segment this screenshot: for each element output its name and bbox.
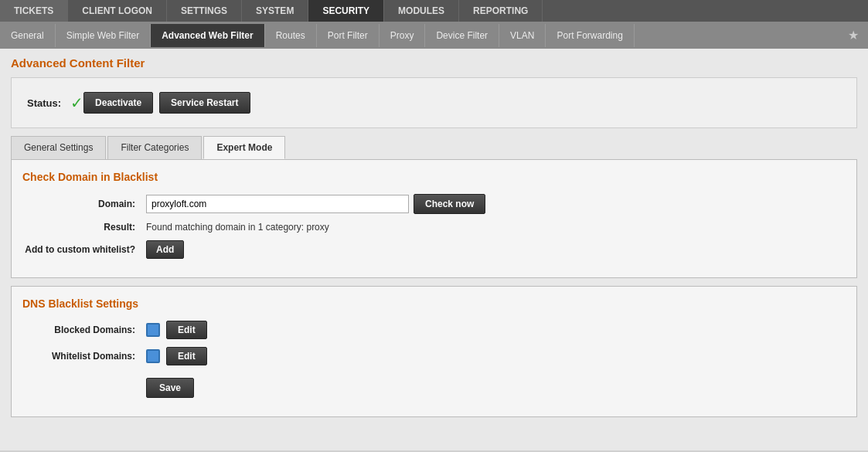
blocked-domains-row: Blocked Domains: Edit [22, 321, 846, 339]
dns-blacklist-panel: DNS Blacklist Settings Blocked Domains: … [11, 286, 857, 417]
check-now-button[interactable]: Check now [414, 194, 485, 214]
top-nav: TICKETS CLIENT LOGON SETTINGS SYSTEM SEC… [0, 0, 868, 22]
domain-input[interactable] [146, 195, 409, 213]
subnav-advanced-web-filter[interactable]: Advanced Web Filter [151, 24, 264, 47]
subnav-vlan[interactable]: VLAN [499, 24, 546, 47]
add-whitelist-row: Add to custom whitelist? Add [22, 240, 846, 259]
subnav-port-forwarding[interactable]: Port Forwarding [546, 24, 634, 47]
inner-tabs: General Settings Filter Categories Exper… [11, 136, 857, 159]
nav-settings[interactable]: SETTINGS [167, 0, 242, 22]
tab-filter-categories[interactable]: Filter Categories [107, 136, 202, 159]
add-whitelist-label: Add to custom whitelist? [22, 244, 146, 255]
nav-reporting[interactable]: REPORTING [459, 0, 543, 22]
domain-row: Domain: Check now [22, 194, 846, 214]
nav-security[interactable]: SECURITY [308, 0, 384, 22]
nav-system[interactable]: SYSTEM [242, 0, 308, 22]
domain-label: Domain: [22, 199, 146, 209]
blocked-domains-checkbox-icon [146, 323, 160, 337]
subnav-simple-web-filter[interactable]: Simple Web Filter [56, 24, 151, 47]
sub-nav: General Simple Web Filter Advanced Web F… [0, 22, 868, 49]
subnav-general[interactable]: General [0, 24, 56, 47]
tab-general-settings[interactable]: General Settings [11, 136, 106, 159]
blocked-domains-label: Blocked Domains: [22, 325, 146, 335]
nav-client-logon[interactable]: CLIENT LOGON [68, 0, 167, 22]
whitelist-domains-edit-button[interactable]: Edit [166, 347, 207, 365]
service-restart-button[interactable]: Service Restart [159, 92, 250, 114]
result-row: Result: Found matching domain in 1 categ… [22, 222, 846, 233]
result-label: Result: [22, 222, 146, 233]
whitelist-domains-row: Whitelist Domains: Edit [22, 347, 846, 365]
add-button[interactable]: Add [146, 240, 184, 259]
save-button[interactable]: Save [146, 378, 194, 398]
blocked-domains-edit-button[interactable]: Edit [166, 321, 207, 339]
tab-expert-mode[interactable]: Expert Mode [203, 136, 285, 159]
save-row: Save [22, 373, 846, 398]
status-section: Status: ✓ Deactivate Service Restart [11, 77, 857, 128]
subnav-device-filter[interactable]: Device Filter [425, 24, 499, 47]
status-label: Status: [27, 97, 61, 109]
page-title: Advanced Content Filter [11, 56, 857, 70]
page-content: Advanced Content Filter Status: ✓ Deacti… [0, 49, 868, 450]
status-check-icon: ✓ [70, 93, 83, 112]
result-value: Found matching domain in 1 category: pro… [146, 222, 329, 233]
nav-modules[interactable]: MODULES [384, 0, 459, 22]
check-domain-panel: Check Domain in Blacklist Domain: Check … [11, 159, 857, 278]
whitelist-domains-checkbox-icon [146, 349, 160, 363]
nav-tickets[interactable]: TICKETS [0, 0, 68, 22]
whitelist-domains-label: Whitelist Domains: [22, 351, 146, 362]
subnav-routes[interactable]: Routes [265, 24, 317, 47]
check-domain-title: Check Domain in Blacklist [22, 171, 846, 183]
star-icon[interactable]: ★ [839, 22, 868, 49]
dns-blacklist-title: DNS Blacklist Settings [22, 297, 846, 310]
subnav-port-filter[interactable]: Port Filter [317, 24, 380, 47]
subnav-proxy[interactable]: Proxy [380, 24, 426, 47]
deactivate-button[interactable]: Deactivate [83, 92, 153, 114]
